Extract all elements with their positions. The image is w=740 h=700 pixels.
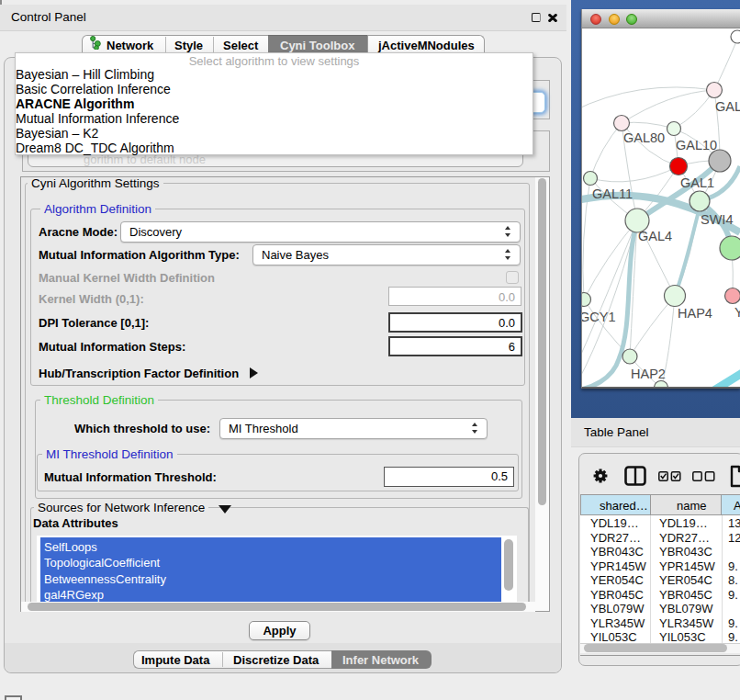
svg-text:GAL80: GAL80 bbox=[623, 130, 665, 145]
svg-text:HAP4: HAP4 bbox=[678, 306, 712, 321]
svg-text:GCY1: GCY1 bbox=[582, 310, 616, 324]
svg-text:Y: Y bbox=[734, 305, 740, 320]
svg-text:SWI4: SWI4 bbox=[701, 212, 733, 227]
svg-text:GAL1: GAL1 bbox=[680, 175, 714, 190]
svg-text:GAL11: GAL11 bbox=[592, 186, 633, 201]
svg-text:GAL4: GAL4 bbox=[638, 229, 672, 243]
svg-text:GAL10: GAL10 bbox=[676, 138, 717, 152]
svg-text:GAL: GAL bbox=[715, 99, 740, 114]
svg-text:HAP2: HAP2 bbox=[631, 367, 666, 381]
